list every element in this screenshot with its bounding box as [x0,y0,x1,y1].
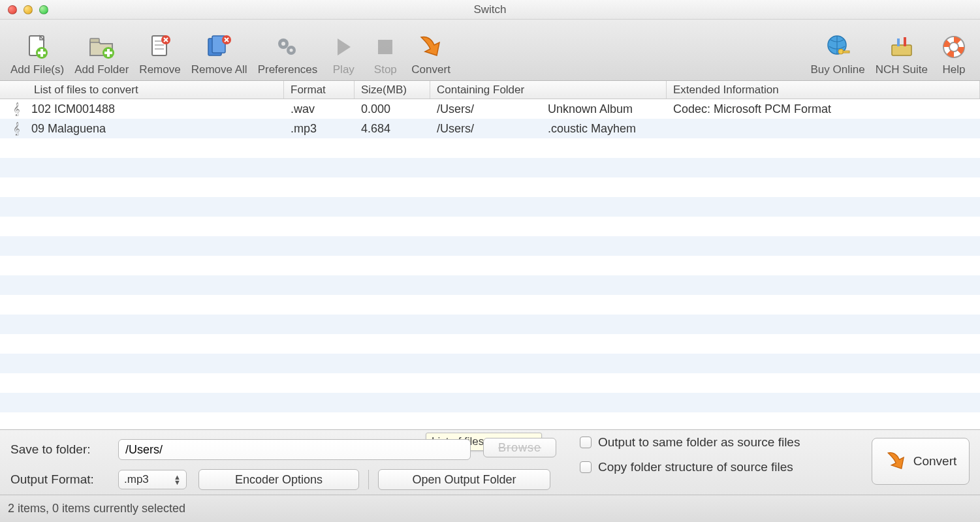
add-files-label: Add File(s) [10,63,64,76]
col-file[interactable]: List of files to convert [0,81,284,99]
svg-rect-27 [897,38,900,46]
remove-label: Remove [139,63,180,76]
stop-label: Stop [374,63,397,76]
svg-rect-28 [904,37,906,46]
svg-rect-26 [892,45,911,55]
close-window-button[interactable] [8,5,17,14]
convert-arrow-icon [415,32,447,62]
file-album: .coustic Mayhem [541,122,667,136]
window-title: Switch [0,3,980,16]
play-label: Play [333,63,355,76]
nch-suite-label: NCH Suite [876,63,928,76]
help-button[interactable]: Help [933,32,975,76]
big-convert-button[interactable]: Convert [872,438,970,485]
file-album: Unknown Album [541,102,667,116]
svg-point-20 [290,49,293,52]
play-icon [328,32,359,62]
globe-key-icon [822,32,853,62]
browse-button[interactable]: Browse [483,438,556,457]
nch-suite-button[interactable]: NCH Suite [870,32,933,76]
file-folder: /Users/ [430,102,541,116]
svg-marker-21 [338,38,351,55]
stop-icon [370,32,401,62]
output-format-select[interactable]: .mp3 ▲▼ [118,470,187,489]
open-output-folder-button[interactable]: Open Output Folder [378,469,550,490]
table-header: List of files to convert Format Size(MB)… [0,81,980,99]
add-folder-button[interactable]: Add Folder [69,32,134,76]
remove-all-button[interactable]: Remove All [186,32,253,76]
status-text: 2 items, 0 items currently selected [8,502,185,515]
checkbox-icon [580,437,592,448]
select-arrows-icon: ▲▼ [174,474,181,485]
status-bar: 2 items, 0 items currently selected [0,495,980,522]
copy-folder-structure-label: Copy folder structure of source files [598,460,793,474]
table-row[interactable]: 𝄞 09 Malaguena .mp3 4.684 /Users/ .coust… [0,119,980,138]
svg-point-30 [949,42,958,52]
file-folder: /Users/ [430,122,541,136]
preferences-button[interactable]: Preferences [253,32,323,76]
remove-all-label: Remove All [191,63,247,76]
file-list[interactable]: 𝄞 102 ICM001488 .wav 0.000 /Users/ Unkno… [0,99,980,429]
convert-arrow-icon [885,450,908,473]
convert-label: Convert [411,63,450,76]
toolbar-right: Buy Online NCH Suite Help [806,32,975,76]
col-ext[interactable]: Extended Information [667,81,980,99]
toolbar: Add File(s) Add Folder Remove Remove All [0,20,980,81]
music-note-icon: 𝄞 [7,102,26,116]
file-add-icon [22,32,53,62]
encoder-options-button[interactable]: Encoder Options [198,469,359,490]
big-convert-label: Convert [913,454,957,468]
svg-point-19 [281,42,285,46]
save-to-folder-label: Save to folder: [10,442,118,457]
add-files-button[interactable]: Add File(s) [5,32,69,76]
file-name: 102 ICM001488 [31,102,115,116]
music-note-icon: 𝄞 [7,122,26,136]
file-format: .mp3 [284,122,355,136]
svg-rect-25 [843,51,849,53]
col-format[interactable]: Format [284,81,355,99]
table-row[interactable]: 𝄞 102 ICM001488 .wav 0.000 /Users/ Unkno… [0,99,980,119]
col-folder[interactable]: Containing Folder [430,81,667,99]
preferences-label: Preferences [258,63,318,76]
zoom-window-button[interactable] [39,5,48,14]
file-ext: Codec: Microsoft PCM Format [667,102,980,116]
folder-add-icon [86,32,118,62]
file-format: .wav [284,102,355,116]
play-button[interactable]: Play [323,32,364,76]
files-remove-icon [204,32,235,62]
file-name: 09 Malaguena [31,122,106,136]
convert-button[interactable]: Convert [406,32,456,76]
bottom-panel: Browse List of files to convert Save to … [0,429,980,495]
output-same-folder-label: Output to same folder as source files [598,435,800,450]
toolbox-icon [886,32,917,62]
minimize-window-button[interactable] [24,5,33,14]
file-size: 0.000 [355,102,430,116]
col-size[interactable]: Size(MB) [355,81,430,99]
title-bar: Switch [0,0,980,20]
output-format-value: .mp3 [124,473,149,486]
stop-button[interactable]: Stop [364,32,406,76]
toolbar-left: Add File(s) Add Folder Remove Remove All [5,32,456,76]
gears-icon [272,32,303,62]
svg-rect-8 [104,52,112,54]
remove-button[interactable]: Remove [134,32,185,76]
buy-online-button[interactable]: Buy Online [806,32,870,76]
save-to-folder-input[interactable] [118,439,471,460]
separator [368,470,369,489]
file-size: 4.684 [355,122,430,136]
svg-rect-4 [38,52,46,54]
buy-online-label: Buy Online [811,63,865,76]
file-remove-icon [144,32,176,62]
help-label: Help [943,63,966,76]
svg-rect-22 [378,40,392,54]
add-folder-label: Add Folder [74,63,129,76]
checkbox-icon [580,461,592,473]
svg-rect-5 [90,38,99,42]
lifebuoy-icon [938,32,970,62]
copy-folder-structure-checkbox[interactable]: Copy folder structure of source files [580,460,800,474]
output-format-label: Output Format: [10,472,118,487]
output-same-folder-checkbox[interactable]: Output to same folder as source files [580,435,800,450]
